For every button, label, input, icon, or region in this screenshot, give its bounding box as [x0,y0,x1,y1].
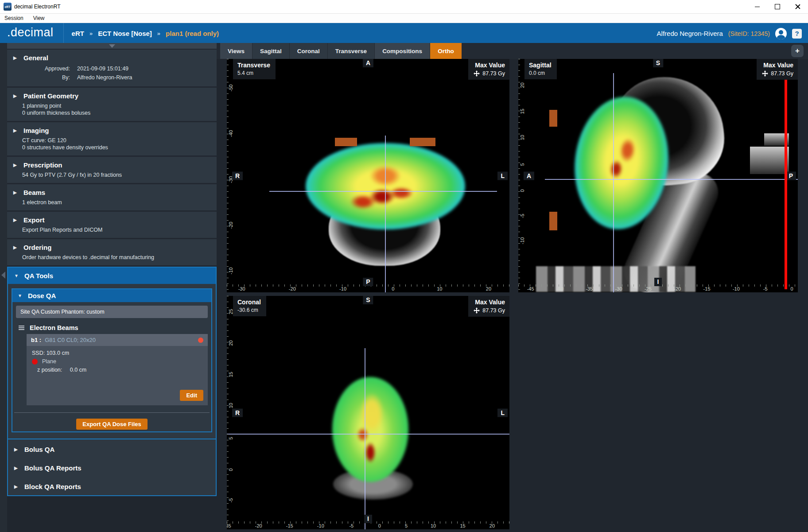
breadcrumb-patient[interactable]: ECT Nose [Nose] [98,30,152,37]
tab-ortho[interactable]: Ortho [430,43,462,59]
max-dose-value: 87.73 Gy [771,70,793,77]
help-button[interactable]: ? [792,29,802,39]
viewport-transverse[interactable]: Transverse 5.4 cm Max Value 87.73 Gy A R… [227,59,509,292]
main-area: ▶ General Approved: 2021-09-09 15:01:49 … [0,43,808,532]
section-prescription: ▶ Prescription 54 Gy to PTV (2.7 Gy / fx… [7,157,217,183]
qa-tools-body: ▼ Dose QA Site QA Custom Phantom: custom… [8,284,216,439]
section-ordering-header[interactable]: ▶ Ordering [7,242,217,253]
breadcrumb-app[interactable]: eRT [72,30,84,37]
crosshair-horizontal [545,179,798,180]
viewer-content: Views Sagittal Coronal Transverse Compos… [217,43,808,532]
chevron-right-icon: ▶ [13,217,18,222]
section-qa-tools-header[interactable]: ▼ QA Tools [8,270,216,281]
menubar: Session View [0,14,808,23]
sidebar-collapse-icon[interactable] [1,272,5,279]
viewport-slice: -30.6 cm [237,307,261,313]
chevron-right-icon: ▶ [13,93,18,98]
list-icon [19,325,24,331]
approved-by-row: By: Alfredo Negron-Rivera [22,73,212,82]
breadcrumb-separator: » [89,30,93,37]
minimize-icon [755,7,760,7]
bolus-marker [549,110,557,127]
max-value-label: Max Value [762,62,793,69]
section-bolus-qa-header[interactable]: ▶ Bolus QA [8,444,216,455]
app-header: .decimal eRT » ECT Nose [Nose] » plan1 (… [0,23,808,44]
export-qa-dose-files-button[interactable]: Export QA Dose Files [76,419,147,430]
chevron-right-icon: ▶ [13,128,18,133]
section-general-body: Approved: 2021-09-09 15:01:49 By: Alfred… [7,63,217,82]
close-button[interactable] [788,0,808,13]
summary-line: 1 electron beam [22,199,212,206]
section-title: Ordering [23,244,51,251]
max-dose-value: 87.73 Gy [482,307,505,314]
orientation-left: L [497,171,508,180]
chevron-right-icon: ▶ [13,245,18,250]
maximize-button[interactable] [767,0,788,13]
max-value-label: Max Value [474,62,505,69]
orientation-left: L [497,408,508,417]
plane-row: Plane [32,358,203,365]
add-view-button[interactable]: + [791,45,804,57]
section-prescription-header[interactable]: ▶ Prescription [7,159,217,171]
bolus-marker [335,138,357,146]
orientation-inferior: I [364,515,372,523]
section-general-header[interactable]: ▶ General [7,52,217,63]
sidebar-scroll-strip[interactable] [7,43,217,49]
section-title: Export [23,216,45,224]
section-body: 1 electron beam [7,198,217,206]
user-name: Alfredo Negron-Rivera [657,30,723,37]
viewport-name: Transverse [237,62,270,69]
breadcrumb-plan[interactable]: plan1 (read only) [166,30,219,37]
section-body: CT curve: GE 120 0 structures have densi… [7,136,217,151]
chevron-right-icon: ▶ [14,484,19,489]
section-imaging-header[interactable]: ▶ Imaging [7,125,217,136]
menu-session[interactable]: Session [4,15,23,21]
red-slider-bar[interactable] [785,74,787,289]
section-block-qa-reports-header[interactable]: ▶ Block QA Reports [8,481,216,492]
viewport-info: Coronal -30.6 cm [233,296,266,316]
viewport-info: Sagittal 0.0 cm [524,59,557,79]
sidebar-gutter [0,43,7,532]
viewport-coronal[interactable]: Coronal -30.6 cm Max Value 87.73 Gy S R … [227,296,509,529]
tab-coronal[interactable]: Coronal [290,43,327,59]
viewport-slice: 0.0 cm [529,70,552,76]
user-avatar-icon[interactable] [775,28,787,39]
plane-color-dot[interactable] [32,359,38,365]
section-patient-geometry-header[interactable]: ▶ Patient Geometry [7,90,217,101]
crosshair-vertical [385,136,386,292]
window-controls [747,0,808,13]
close-icon [795,4,800,9]
menu-view[interactable]: View [33,15,45,21]
beam-row-b1[interactable]: b1 : G81 C0 CL0; 20x20 [27,334,208,346]
window-title: decimal ElectronRT [14,4,60,10]
ct-couch-block [750,147,789,174]
z-position-value: 0.0 cm [70,367,87,373]
approved-by-label: By: [22,73,70,82]
tab-sagittal[interactable]: Sagittal [252,43,289,59]
tab-compositions[interactable]: Compositions [375,43,430,59]
summary-line: 54 Gy to PTV (2.7 Gy / fx) in 20 fractio… [22,171,212,179]
minimize-button[interactable] [747,0,767,13]
site-qa-phantom-select[interactable]: Site QA Custom Phantom: custom [16,306,208,318]
section-beams-header[interactable]: ▶ Beams [7,187,217,198]
viewport-sagittal[interactable]: Sagittal 0.0 cm Max Value 87.73 Gy S A P… [518,59,798,292]
tab-views[interactable]: Views [220,43,252,59]
section-bolus-qa-reports-header[interactable]: ▶ Bolus QA Reports [8,462,216,474]
section-title: Block QA Reports [24,483,81,490]
summary-line: 0 structures have density overrides [22,144,212,151]
chevron-right-icon: ▶ [14,447,19,452]
view-tabbar: Views Sagittal Coronal Transverse Compos… [217,43,808,59]
dose-qa-header[interactable]: ▼ Dose QA [12,289,211,302]
summary-line: Order hardware devices to .decimal for m… [22,254,212,261]
z-position-label: z position: [37,367,62,373]
viewport-info: Transverse 5.4 cm [233,59,276,79]
tab-transverse[interactable]: Transverse [328,43,374,59]
section-ordering: ▶ Ordering Order hardware devices to .de… [7,239,217,265]
orientation-superior: S [363,296,373,304]
breadcrumb: eRT » ECT Nose [Nose] » plan1 (read only… [64,30,219,37]
section-export-header[interactable]: ▶ Export [7,214,217,225]
edit-button[interactable]: Edit [180,390,203,401]
beam-description: G81 C0 CL0; 20x20 [45,337,96,343]
section-qa-tools: ▼ QA Tools [8,268,216,284]
orientation-superior: S [653,59,663,67]
